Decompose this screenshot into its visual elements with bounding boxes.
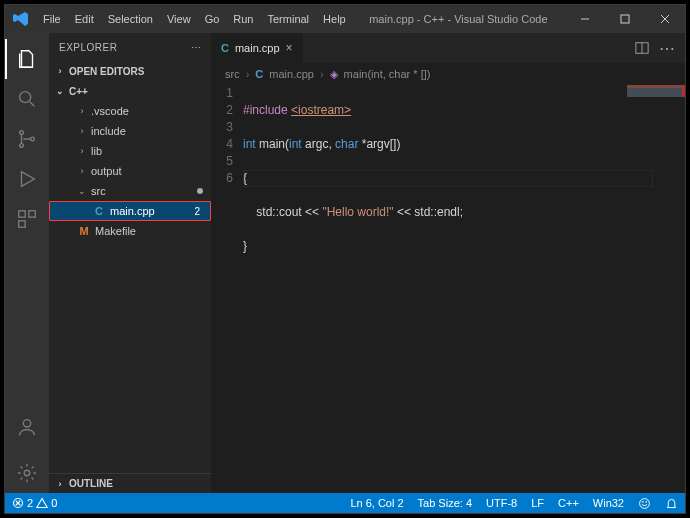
- activity-explorer-icon[interactable]: [5, 39, 49, 79]
- folder-output[interactable]: ›output: [49, 161, 211, 181]
- activity-accounts-icon[interactable]: [5, 407, 49, 447]
- activity-source-control-icon[interactable]: [5, 119, 49, 159]
- svg-rect-5: [19, 211, 25, 217]
- menu-edit[interactable]: Edit: [69, 9, 100, 29]
- explorer-more-icon[interactable]: ⋯: [191, 42, 202, 53]
- svg-point-4: [31, 137, 35, 141]
- vscode-logo-icon: [13, 11, 29, 27]
- main-menu: File Edit Selection View Go Run Terminal…: [37, 9, 352, 29]
- cpp-file-icon: C: [92, 205, 106, 217]
- svg-point-1: [20, 92, 31, 103]
- minimap[interactable]: [627, 85, 685, 97]
- outline-section[interactable]: › OUTLINE: [49, 473, 211, 493]
- chevron-right-icon: ›: [55, 66, 65, 76]
- folder-src[interactable]: ⌄src: [49, 181, 211, 201]
- tab-label: main.cpp: [235, 42, 280, 54]
- maximize-button[interactable]: [605, 5, 645, 33]
- activity-settings-icon[interactable]: [5, 453, 49, 493]
- status-encoding[interactable]: UTF-8: [479, 497, 524, 509]
- menu-run[interactable]: Run: [227, 9, 259, 29]
- chevron-right-icon: ›: [55, 479, 65, 489]
- workspace-root[interactable]: ⌄ C++: [49, 81, 211, 101]
- editor-area: C main.cpp × ⋯ src› C main.cpp› ◈ main(i…: [211, 33, 685, 493]
- editor-more-icon[interactable]: ⋯: [659, 39, 675, 58]
- folder-include[interactable]: ›include: [49, 121, 211, 141]
- code-editor[interactable]: 123456 #include <iostream> int main(int …: [211, 85, 685, 306]
- breadcrumb-file[interactable]: main.cpp: [269, 68, 314, 80]
- close-button[interactable]: [645, 5, 685, 33]
- status-platform[interactable]: Win32: [586, 497, 631, 509]
- split-editor-icon[interactable]: [635, 41, 649, 55]
- line-gutter: 123456: [211, 85, 243, 306]
- svg-point-14: [646, 501, 647, 502]
- menu-terminal[interactable]: Terminal: [262, 9, 316, 29]
- open-editors-section[interactable]: › OPEN EDITORS: [49, 61, 211, 81]
- activity-bar: [5, 33, 49, 493]
- menu-help[interactable]: Help: [317, 9, 352, 29]
- tab-close-icon[interactable]: ×: [286, 41, 293, 55]
- file-main-cpp[interactable]: Cmain.cpp2: [49, 201, 211, 221]
- svg-point-2: [20, 131, 24, 135]
- file-makefile[interactable]: MMakefile: [49, 221, 211, 241]
- status-language[interactable]: C++: [551, 497, 586, 509]
- menu-file[interactable]: File: [37, 9, 67, 29]
- status-bar: 2 0 Ln 6, Col 2 Tab Size: 4 UTF-8 LF C++…: [5, 493, 685, 513]
- menu-go[interactable]: Go: [199, 9, 226, 29]
- status-bell-icon[interactable]: [658, 497, 685, 510]
- status-feedback-icon[interactable]: [631, 497, 658, 510]
- svg-rect-6: [29, 211, 35, 217]
- method-icon: ◈: [330, 68, 338, 81]
- menu-view[interactable]: View: [161, 9, 197, 29]
- svg-point-8: [23, 420, 30, 427]
- explorer-sidebar: EXPLORER ⋯ › OPEN EDITORS ⌄ C++ ›.vscode…: [49, 33, 211, 493]
- svg-rect-7: [19, 221, 25, 227]
- status-problems[interactable]: 2 0: [5, 493, 64, 513]
- svg-point-13: [642, 501, 643, 502]
- editor-tabs: C main.cpp × ⋯: [211, 33, 685, 63]
- cpp-file-icon: C: [221, 42, 229, 54]
- svg-point-3: [20, 144, 24, 148]
- scroll-indicator: [682, 85, 685, 97]
- minimize-button[interactable]: [565, 5, 605, 33]
- breadcrumb-symbol[interactable]: main(int, char * []): [344, 68, 431, 80]
- activity-extensions-icon[interactable]: [5, 199, 49, 239]
- tab-main-cpp[interactable]: C main.cpp ×: [211, 33, 304, 63]
- svg-point-9: [24, 470, 30, 476]
- titlebar: File Edit Selection View Go Run Terminal…: [5, 5, 685, 33]
- activity-run-debug-icon[interactable]: [5, 159, 49, 199]
- status-tab-size[interactable]: Tab Size: 4: [411, 497, 479, 509]
- menu-selection[interactable]: Selection: [102, 9, 159, 29]
- status-eol[interactable]: LF: [524, 497, 551, 509]
- status-line-col[interactable]: Ln 6, Col 2: [343, 497, 410, 509]
- folder-lib[interactable]: ›lib: [49, 141, 211, 161]
- breadcrumb[interactable]: src› C main.cpp› ◈ main(int, char * []): [211, 63, 685, 85]
- svg-rect-0: [621, 15, 629, 23]
- svg-point-12: [640, 498, 650, 508]
- chevron-down-icon: ⌄: [55, 86, 65, 96]
- code-lines[interactable]: #include <iostream> int main(int argc, c…: [243, 85, 685, 306]
- breadcrumb-folder[interactable]: src: [225, 68, 240, 80]
- makefile-icon: M: [77, 225, 91, 237]
- activity-search-icon[interactable]: [5, 79, 49, 119]
- folder-vscode[interactable]: ›.vscode: [49, 101, 211, 121]
- window-title: main.cpp - C++ - Visual Studio Code: [352, 13, 565, 25]
- explorer-title: EXPLORER: [59, 42, 117, 53]
- cpp-file-icon: C: [255, 68, 263, 80]
